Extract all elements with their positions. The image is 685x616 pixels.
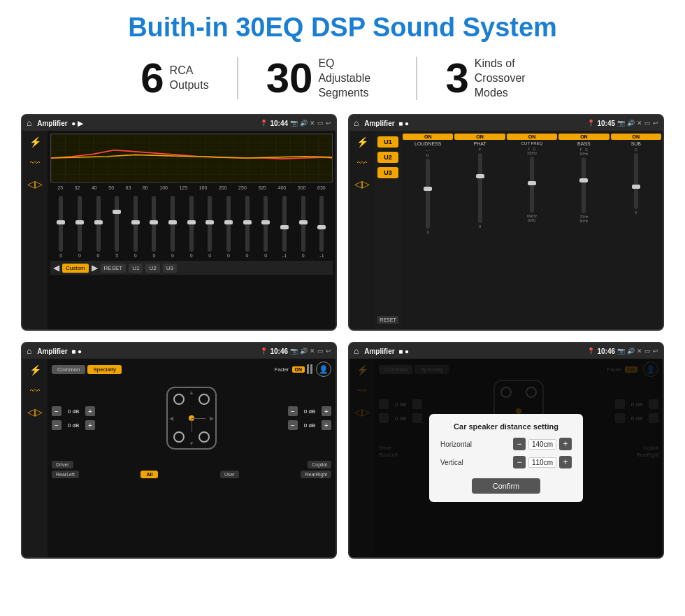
stat-rca: 6 RCAOutputs bbox=[113, 57, 238, 99]
page-title: Buith-in 30EQ DSP Sound System bbox=[0, 0, 685, 50]
eq-status-icons: 📍 10:44 📷 🔊 ✕ ▭ ↩ bbox=[260, 120, 331, 127]
amp-presets-col: U1 U2 U3 RESET bbox=[375, 131, 401, 329]
rr-minus-btn[interactable]: − bbox=[288, 420, 298, 430]
dialog-title: Car speaker distance setting bbox=[440, 422, 572, 431]
fader-home-icon[interactable]: ⌂ bbox=[27, 346, 31, 356]
eq-play-btn[interactable]: ▶ bbox=[92, 263, 98, 273]
copilot-btn[interactable]: Copilot bbox=[308, 461, 331, 468]
amp-sidebar-icon-2[interactable]: 〰 bbox=[357, 157, 367, 169]
dialog-time: 10:46 bbox=[597, 348, 615, 355]
eq-screen: ⌂ Amplifier ● ▶ 📍 10:44 📷 🔊 ✕ ▭ ↩ ⚡ 〰 ◁▷ bbox=[21, 114, 337, 331]
eq-app-name: Amplifier ● ▶ bbox=[37, 120, 257, 127]
minimize-icon: ▭ bbox=[317, 120, 324, 127]
user-btn[interactable]: User bbox=[220, 471, 239, 478]
screens-grid: ⌂ Amplifier ● ▶ 📍 10:44 📷 🔊 ✕ ▭ ↩ ⚡ 〰 ◁▷ bbox=[0, 110, 685, 566]
amp-app-name: Amplifier ■ ● bbox=[364, 120, 584, 127]
rr-db-value: 0 dB bbox=[300, 422, 319, 429]
fader-bottom-buttons: Driver Copilot bbox=[52, 461, 331, 468]
eq-freq-labels: 253240506380100125160200250320400500630 bbox=[50, 185, 333, 191]
stat-eq: 30 EQ AdjustableSegments bbox=[238, 57, 418, 100]
rr-plus-btn[interactable]: + bbox=[322, 420, 331, 430]
eq-prev-btn[interactable]: ◀ bbox=[53, 263, 59, 273]
eq-u1-btn[interactable]: U1 bbox=[129, 264, 143, 273]
amp-u2-btn[interactable]: U2 bbox=[377, 152, 398, 163]
amp-screen: ⌂ Amplifier ■ ● 📍 10:45 📷🔊✕▭ ↩ ⚡ 〰 ◁▷ U1… bbox=[348, 114, 664, 331]
fader-back-icon[interactable]: ↩ bbox=[326, 348, 331, 354]
vertical-plus-btn[interactable]: + bbox=[559, 456, 572, 468]
fr-minus-btn[interactable]: − bbox=[288, 406, 298, 416]
amp-status-bar: ⌂ Amplifier ■ ● 📍 10:45 📷🔊✕▭ ↩ bbox=[349, 115, 663, 131]
stat-label-crossover: Kinds ofCrossover Modes bbox=[475, 57, 545, 100]
home-icon[interactable]: ⌂ bbox=[27, 118, 31, 128]
rearleft-btn[interactable]: RearLeft bbox=[52, 471, 79, 478]
all-btn[interactable]: All bbox=[140, 471, 158, 478]
horizontal-plus-btn[interactable]: + bbox=[559, 438, 572, 450]
eq-u3-btn[interactable]: U3 bbox=[163, 264, 177, 273]
confirm-button[interactable]: Confirm bbox=[472, 478, 541, 494]
vertical-value: 110cm bbox=[528, 457, 556, 468]
rl-minus-btn[interactable]: − bbox=[52, 420, 62, 430]
rl-db-control: − 0 dB + bbox=[52, 420, 95, 430]
fader-profile-icon[interactable]: 👤 bbox=[316, 361, 331, 377]
dialog-app-name: Amplifier ■ ● bbox=[364, 348, 584, 355]
stat-label-rca: RCAOutputs bbox=[170, 64, 209, 93]
eq-graph bbox=[50, 134, 333, 182]
fader-main-area: Common Specialty Fader ON 👤 bbox=[48, 359, 336, 557]
dialog-horizontal-control: − 140cm + bbox=[513, 438, 572, 450]
amp-u3-btn[interactable]: U3 bbox=[377, 167, 398, 178]
eq-reset-btn[interactable]: RESET bbox=[101, 264, 127, 273]
dialog-back-icon[interactable]: ↩ bbox=[653, 348, 658, 354]
amp-sidebar-icon-1[interactable]: ⚡ bbox=[356, 136, 368, 148]
amp-reset-btn2[interactable]: RESET bbox=[377, 316, 398, 324]
location-icon: 📍 bbox=[260, 120, 268, 127]
fr-db-value: 0 dB bbox=[300, 408, 319, 415]
back-icon[interactable]: ↩ bbox=[326, 120, 331, 127]
horizontal-minus-btn[interactable]: − bbox=[513, 438, 526, 450]
amp-left-sidebar: ⚡ 〰 ◁▷ bbox=[349, 131, 375, 329]
fl-db-value: 0 dB bbox=[64, 408, 83, 415]
stat-label-eq: EQ AdjustableSegments bbox=[318, 57, 388, 100]
dialog-home-icon[interactable]: ⌂ bbox=[354, 346, 359, 356]
amp-channel-sub: ON SUB G 0 bbox=[611, 134, 661, 327]
fl-plus-btn[interactable]: + bbox=[85, 406, 95, 416]
vertical-minus-btn[interactable]: − bbox=[513, 456, 526, 468]
dialog-overlay: Car speaker distance setting Horizontal … bbox=[349, 359, 663, 557]
fl-minus-btn[interactable]: − bbox=[52, 406, 62, 416]
fader-sidebar-icon-1[interactable]: ⚡ bbox=[29, 364, 41, 375]
amp-channel-cutfreq: ON CUT FREQ F G 100Hz 80kHz 60Hz bbox=[507, 134, 557, 327]
eq-status-bar: ⌂ Amplifier ● ▶ 📍 10:44 📷 🔊 ✕ ▭ ↩ bbox=[22, 115, 336, 131]
fr-plus-btn[interactable]: + bbox=[322, 406, 331, 416]
eq-sidebar-icon-1[interactable]: ⚡ bbox=[29, 136, 41, 148]
eq-u2-btn[interactable]: U2 bbox=[145, 264, 159, 273]
close-icon: ✕ bbox=[310, 120, 315, 127]
eq-custom-btn[interactable]: Custom bbox=[62, 264, 89, 273]
fader-sliders-h bbox=[307, 364, 312, 374]
eq-sidebar-icon-2[interactable]: 〰 bbox=[30, 157, 40, 169]
amp-u1-btn[interactable]: U1 bbox=[377, 136, 398, 148]
dialog-vertical-control: − 110cm + bbox=[513, 456, 572, 468]
stat-number-3: 3 bbox=[445, 57, 468, 99]
eq-sidebar-icon-3[interactable]: ◁▷ bbox=[27, 178, 43, 189]
amp-back-icon[interactable]: ↩ bbox=[653, 120, 658, 127]
rearright-btn[interactable]: RearRight bbox=[301, 471, 331, 478]
dialog-screen: ⌂ Amplifier ■ ● 📍 10:46 📷🔊✕▭ ↩ ⚡ 〰 ◁▷ Co… bbox=[348, 342, 664, 559]
fader-specialty-tab[interactable]: Specialty bbox=[87, 365, 121, 374]
fader-sidebar-icon-2[interactable]: 〰 bbox=[30, 385, 40, 396]
stat-number-6: 6 bbox=[140, 57, 164, 99]
fader-sidebar-icon-3[interactable]: ◁▷ bbox=[27, 406, 43, 417]
rr-db-control: − 0 dB + bbox=[288, 420, 331, 430]
eq-left-sidebar: ⚡ 〰 ◁▷ bbox=[22, 131, 48, 329]
amp-home-icon[interactable]: ⌂ bbox=[354, 118, 359, 128]
driver-btn[interactable]: Driver bbox=[52, 461, 73, 468]
fader-status-icons: 📍 10:46 📷🔊✕▭ ↩ bbox=[260, 348, 331, 355]
fr-db-control: − 0 dB + bbox=[288, 406, 331, 416]
rl-db-value: 0 dB bbox=[64, 422, 83, 429]
amp-channel-phat: ON PHAT F 0 bbox=[454, 134, 505, 327]
fader-common-tab[interactable]: Common bbox=[52, 365, 85, 374]
fader-status-bar: ⌂ Amplifier ■ ● 📍 10:46 📷🔊✕▭ ↩ bbox=[22, 343, 336, 359]
rl-plus-btn[interactable]: + bbox=[85, 420, 95, 430]
amp-sidebar-icon-3[interactable]: ◁▷ bbox=[354, 178, 370, 189]
fl-db-control: − 0 dB + bbox=[52, 406, 95, 416]
stat-number-30: 30 bbox=[266, 57, 313, 99]
amp-status-icons: 📍 10:45 📷🔊✕▭ ↩ bbox=[587, 120, 658, 127]
